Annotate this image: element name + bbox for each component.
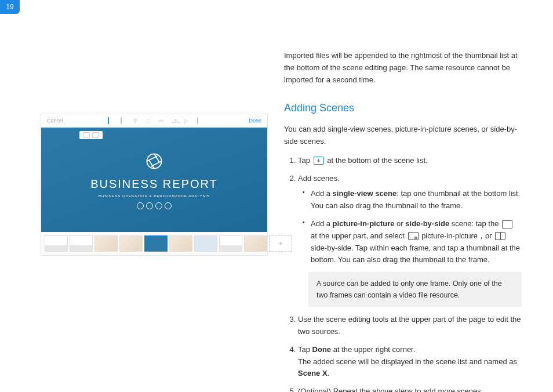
term: side-by-side	[405, 219, 449, 228]
text: Add scenes.	[298, 174, 340, 183]
steps-list: Tap + at the bottom of the scene list. A…	[284, 155, 522, 392]
intro-paragraph: Imported files will be appended to the r…	[284, 50, 522, 86]
step-2: Add scenes. Add a single-view scene: tap…	[298, 173, 522, 307]
text: Tap	[298, 156, 312, 165]
frame-icon	[502, 220, 512, 228]
term: picture-in-picture	[333, 219, 395, 228]
page-number: 19	[0, 0, 20, 14]
thumbnail[interactable]	[219, 235, 242, 252]
editor-top-bar: Cancel ⚲ ⬚ ▭ ◿◺ ▷ Done	[41, 114, 267, 128]
folder-icon[interactable]: ▭	[159, 118, 166, 124]
text: at the upper right corner.	[331, 345, 415, 354]
text: side-by-side. Tap within each frame, and…	[311, 244, 520, 264]
section-heading: Adding Scenes	[284, 100, 522, 117]
text: Tap	[298, 345, 312, 354]
step-1: Tap + at the bottom of the scene list.	[298, 155, 522, 167]
layout-pip-icon[interactable]	[121, 118, 128, 124]
text: Add a	[311, 189, 333, 198]
text: at the upper part, and select	[311, 231, 407, 240]
thumbnail[interactable]	[94, 235, 118, 252]
note-box: A source can be added to only one frame.…	[308, 272, 522, 307]
social-icons	[137, 202, 172, 209]
thumbnail[interactable]	[194, 235, 217, 252]
layout-single-icon[interactable]	[108, 118, 115, 124]
step-5: (Optional) Repeat the above steps to add…	[298, 386, 522, 392]
flag-icon[interactable]: ▷	[184, 118, 191, 124]
crop-icon[interactable]: ⬚	[146, 118, 153, 124]
add-scene-icon: +	[314, 157, 324, 165]
text: scene: tap the	[449, 219, 501, 228]
cancel-button[interactable]: Cancel	[47, 118, 63, 124]
term: single-view scene	[333, 189, 397, 198]
screenshot-figure: Cancel ⚲ ⬚ ▭ ◿◺ ▷ Done	[41, 114, 267, 256]
thumbnail[interactable]	[70, 235, 93, 252]
term: Done	[312, 345, 332, 354]
text: The added scene will be displayed in the…	[298, 357, 517, 366]
text: Add a	[311, 219, 333, 228]
done-button[interactable]: Done	[249, 118, 261, 124]
sbs-icon	[495, 232, 505, 240]
thumbnail[interactable]	[169, 235, 192, 252]
slide-subtitle: BUSINESS OPERATION & PERFORMANCE ANALYSI…	[99, 194, 210, 198]
text: .	[328, 369, 330, 378]
step-4: Tap Done at the upper right corner. The …	[298, 344, 522, 380]
thumbnail-strip: +	[41, 232, 267, 255]
slide-title: BUSINESS REPORT	[90, 177, 218, 191]
text: picture-in-picture，or	[421, 231, 494, 240]
bullet-single-view: Add a single-view scene: tap one thumbna…	[305, 188, 522, 212]
scene-editor-screenshot: Cancel ⚲ ⬚ ▭ ◿◺ ▷ Done	[41, 114, 268, 256]
doc-body: Imported files will be appended to the r…	[284, 50, 522, 392]
thumbnail-selected[interactable]	[144, 235, 168, 252]
text: or	[395, 219, 406, 228]
thumbnail[interactable]	[244, 235, 267, 252]
flip-icon[interactable]: ◿◺	[172, 118, 179, 124]
pip-icon	[408, 232, 419, 240]
step-3: Use the scene editing tools at the upper…	[298, 314, 522, 338]
search-icon[interactable]: ⚲	[133, 118, 140, 124]
toolbar-icons: ⚲ ⬚ ▭ ◿◺ ▷	[63, 118, 249, 124]
thumbnail[interactable]	[45, 235, 68, 252]
section-intro: You can add single-view scenes, picture-…	[284, 124, 522, 148]
bullet-pip-sbs: Add a picture-in-picture or side-by-side…	[305, 218, 522, 266]
frame-icon[interactable]	[197, 118, 204, 124]
text: at the bottom of the scene list.	[327, 156, 427, 165]
aperture-icon	[144, 151, 165, 172]
thumbnail[interactable]	[119, 235, 143, 252]
term: Scene X	[298, 369, 328, 378]
sub-bullets: Add a single-view scene: tap one thumbna…	[298, 188, 522, 266]
layout-chip[interactable]	[79, 131, 103, 139]
scene-preview: BUSINESS REPORT BUSINESS OPERATION & PER…	[41, 128, 267, 232]
